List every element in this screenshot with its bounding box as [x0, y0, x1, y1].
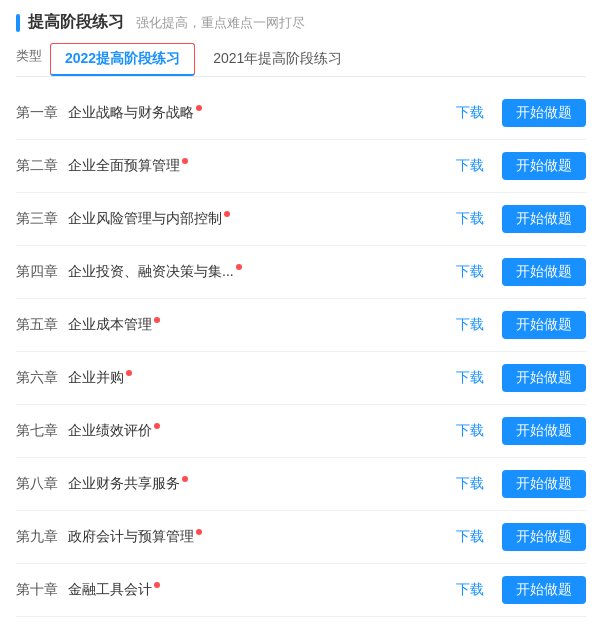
- download-button[interactable]: 下载: [448, 577, 492, 603]
- download-button[interactable]: 下载: [448, 259, 492, 285]
- chapter-number: 第六章: [16, 369, 68, 387]
- download-button[interactable]: 下载: [448, 365, 492, 391]
- tab-label: 类型: [16, 47, 42, 73]
- chapter-number: 第十章: [16, 581, 68, 599]
- chapter-number: 第七章: [16, 422, 68, 440]
- chapter-actions: 下载开始做题: [448, 205, 586, 233]
- chapter-left: 第三章企业风险管理与内部控制: [16, 210, 448, 228]
- section-header: 提高阶段练习 强化提高，重点难点一网打尽: [16, 12, 586, 33]
- table-row: 第四章企业投资、融资决策与集...下载开始做题: [16, 246, 586, 299]
- start-button[interactable]: 开始做题: [502, 576, 586, 604]
- chapter-name: 企业战略与财务战略: [68, 104, 202, 122]
- table-row: 第一章企业战略与财务战略下载开始做题: [16, 87, 586, 140]
- table-row: 第十章金融工具会计下载开始做题: [16, 564, 586, 617]
- red-dot-icon: [182, 158, 188, 164]
- chapter-number: 第二章: [16, 157, 68, 175]
- chapter-left: 第七章企业绩效评价: [16, 422, 448, 440]
- download-button[interactable]: 下载: [448, 418, 492, 444]
- red-dot-icon: [154, 423, 160, 429]
- chapter-number: 第一章: [16, 104, 68, 122]
- section-subtitle: 强化提高，重点难点一网打尽: [136, 14, 305, 32]
- start-button[interactable]: 开始做题: [502, 205, 586, 233]
- table-row: 第二章企业全面预算管理下载开始做题: [16, 140, 586, 193]
- chapter-name: 企业成本管理: [68, 316, 160, 334]
- start-button[interactable]: 开始做题: [502, 417, 586, 445]
- start-button[interactable]: 开始做题: [502, 152, 586, 180]
- chapter-number: 第四章: [16, 263, 68, 281]
- chapter-number: 第九章: [16, 528, 68, 546]
- download-button[interactable]: 下载: [448, 206, 492, 232]
- red-dot-icon: [182, 476, 188, 482]
- main-container: 提高阶段练习 强化提高，重点难点一网打尽 类型 2022提高阶段练习 2021年…: [0, 0, 602, 631]
- chapter-left: 第九章政府会计与预算管理: [16, 528, 448, 546]
- chapter-actions: 下载开始做题: [448, 417, 586, 445]
- chapter-actions: 下载开始做题: [448, 311, 586, 339]
- title-bar-accent: [16, 14, 20, 32]
- chapter-list: 第一章企业战略与财务战略下载开始做题第二章企业全面预算管理下载开始做题第三章企业…: [16, 87, 586, 617]
- table-row: 第六章企业并购下载开始做题: [16, 352, 586, 405]
- chapter-name: 政府会计与预算管理: [68, 528, 202, 546]
- chapter-number: 第八章: [16, 475, 68, 493]
- chapter-name: 企业风险管理与内部控制: [68, 210, 230, 228]
- chapter-actions: 下载开始做题: [448, 258, 586, 286]
- chapter-left: 第二章企业全面预算管理: [16, 157, 448, 175]
- download-button[interactable]: 下载: [448, 100, 492, 126]
- download-button[interactable]: 下载: [448, 471, 492, 497]
- tab-2021[interactable]: 2021年提高阶段练习: [199, 44, 356, 76]
- red-dot-icon: [126, 370, 132, 376]
- download-button[interactable]: 下载: [448, 153, 492, 179]
- start-button[interactable]: 开始做题: [502, 523, 586, 551]
- tab-row: 类型 2022提高阶段练习 2021年提高阶段练习: [16, 43, 586, 77]
- start-button[interactable]: 开始做题: [502, 311, 586, 339]
- chapter-actions: 下载开始做题: [448, 152, 586, 180]
- chapter-actions: 下载开始做题: [448, 576, 586, 604]
- red-dot-icon: [236, 264, 242, 270]
- start-button[interactable]: 开始做题: [502, 364, 586, 392]
- chapter-actions: 下载开始做题: [448, 99, 586, 127]
- start-button[interactable]: 开始做题: [502, 470, 586, 498]
- red-dot-icon: [154, 582, 160, 588]
- table-row: 第三章企业风险管理与内部控制下载开始做题: [16, 193, 586, 246]
- start-button[interactable]: 开始做题: [502, 99, 586, 127]
- chapter-name: 企业财务共享服务: [68, 475, 188, 493]
- chapter-left: 第十章金融工具会计: [16, 581, 448, 599]
- chapter-left: 第五章企业成本管理: [16, 316, 448, 334]
- chapter-actions: 下载开始做题: [448, 364, 586, 392]
- table-row: 第九章政府会计与预算管理下载开始做题: [16, 511, 586, 564]
- red-dot-icon: [196, 529, 202, 535]
- table-row: 第五章企业成本管理下载开始做题: [16, 299, 586, 352]
- chapter-name: 企业投资、融资决策与集...: [68, 263, 242, 281]
- chapter-name: 企业绩效评价: [68, 422, 160, 440]
- chapter-actions: 下载开始做题: [448, 523, 586, 551]
- table-row: 第七章企业绩效评价下载开始做题: [16, 405, 586, 458]
- chapter-name: 企业全面预算管理: [68, 157, 188, 175]
- tab-2022[interactable]: 2022提高阶段练习: [50, 43, 195, 76]
- table-row: 第八章企业财务共享服务下载开始做题: [16, 458, 586, 511]
- red-dot-icon: [196, 105, 202, 111]
- chapter-left: 第一章企业战略与财务战略: [16, 104, 448, 122]
- red-dot-icon: [154, 317, 160, 323]
- chapter-number: 第三章: [16, 210, 68, 228]
- chapter-actions: 下载开始做题: [448, 470, 586, 498]
- section-title: 提高阶段练习: [28, 12, 124, 33]
- red-dot-icon: [224, 211, 230, 217]
- download-button[interactable]: 下载: [448, 524, 492, 550]
- start-button[interactable]: 开始做题: [502, 258, 586, 286]
- chapter-number: 第五章: [16, 316, 68, 334]
- chapter-name: 企业并购: [68, 369, 132, 387]
- download-button[interactable]: 下载: [448, 312, 492, 338]
- chapter-name: 金融工具会计: [68, 581, 160, 599]
- chapter-left: 第六章企业并购: [16, 369, 448, 387]
- chapter-left: 第四章企业投资、融资决策与集...: [16, 263, 448, 281]
- chapter-left: 第八章企业财务共享服务: [16, 475, 448, 493]
